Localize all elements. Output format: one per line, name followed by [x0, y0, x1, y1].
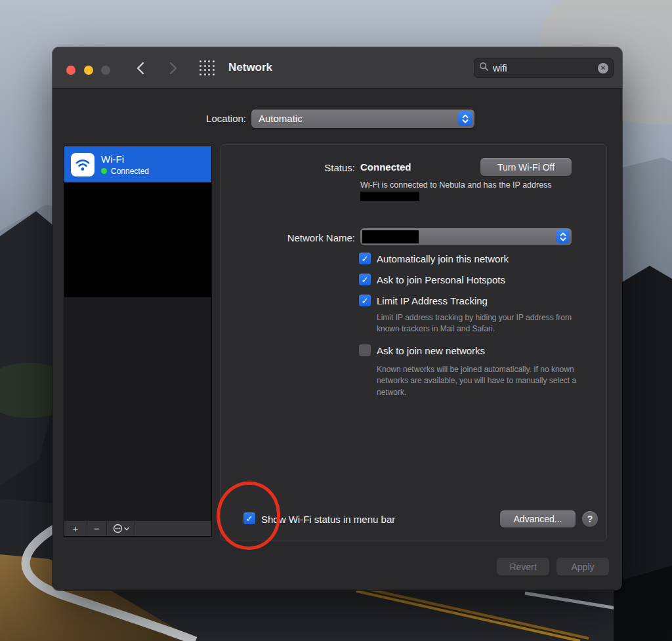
status-value: Connected — [360, 161, 411, 173]
checkbox-auto-join[interactable] — [359, 253, 371, 264]
location-label: Location: — [52, 113, 246, 124]
service-actions-button[interactable] — [107, 521, 135, 536]
checkbox-auto-join-label: Automatically join this network — [377, 253, 509, 264]
service-status: Connected — [111, 167, 149, 176]
checkbox-ask-new-networks-label: Ask to join new networks — [377, 345, 485, 356]
apply-button[interactable]: Apply — [556, 558, 609, 575]
checkbox-ask-new-networks[interactable] — [359, 344, 371, 356]
stepper-icon — [556, 230, 570, 243]
zoom-button[interactable] — [101, 66, 110, 75]
turn-wifi-off-button[interactable]: Turn Wi-Fi Off — [480, 158, 572, 176]
help-button[interactable]: ? — [582, 511, 598, 527]
chevron-down-icon — [124, 527, 129, 531]
desktop: Network wifi ✕ Location: Automatic — [0, 0, 672, 641]
checkbox-limit-ip-tracking[interactable] — [359, 295, 371, 306]
close-button[interactable] — [66, 66, 75, 75]
window-titlebar: Network wifi ✕ — [52, 47, 622, 89]
checkbox-show-wifi-menu-bar-label: Show Wi-Fi status in menu bar — [261, 514, 395, 525]
wifi-settings-panel: Status: Connected Turn Wi-Fi Off Wi-Fi i… — [220, 144, 607, 541]
status-green-dot — [101, 168, 107, 174]
wifi-icon — [71, 153, 94, 176]
search-icon — [479, 62, 489, 74]
search-field[interactable]: wifi ✕ — [474, 58, 614, 78]
back-icon[interactable] — [135, 61, 147, 75]
stepper-icon — [458, 112, 472, 126]
location-value: Automatic — [251, 110, 474, 128]
advanced-button[interactable]: Advanced... — [500, 510, 576, 527]
revert-button[interactable]: Revert — [497, 558, 549, 575]
limit-ip-helper-text: Limit IP address tracking by hiding your… — [377, 312, 574, 335]
remove-service-button[interactable]: − — [87, 521, 107, 536]
sidebar-toolbar: + − — [64, 520, 211, 536]
network-name-dropdown[interactable] — [360, 228, 572, 245]
checkbox-personal-hotspots[interactable] — [359, 274, 371, 285]
status-description: Wi-Fi is connected to Nebula and has the… — [360, 180, 552, 190]
services-sidebar: Wi-Fi Connected + − — [64, 146, 212, 537]
ask-new-networks-helper-text: Known networks will be joined automatica… — [377, 364, 585, 398]
status-label: Status: — [220, 162, 355, 173]
service-name: Wi-Fi — [101, 154, 149, 165]
show-all-grid-icon[interactable] — [200, 60, 216, 77]
network-preferences-window: Network wifi ✕ Location: Automatic — [52, 47, 622, 590]
checkbox-limit-ip-tracking-label: Limit IP Address Tracking — [377, 295, 488, 306]
window-title: Network — [228, 47, 272, 88]
checkbox-personal-hotspots-label: Ask to join Personal Hotspots — [377, 274, 505, 285]
redacted-services — [64, 182, 211, 297]
redacted-network-name — [362, 230, 419, 243]
forward-icon[interactable] — [167, 61, 178, 75]
location-dropdown[interactable]: Automatic — [251, 110, 474, 128]
redacted-ip-address — [360, 192, 419, 201]
minimize-button[interactable] — [84, 66, 93, 75]
circle-ellipsis-icon — [113, 524, 123, 533]
checkbox-show-wifi-menu-bar[interactable] — [243, 512, 255, 524]
search-input[interactable]: wifi — [493, 62, 598, 73]
sidebar-item-wifi[interactable]: Wi-Fi Connected — [64, 146, 211, 182]
add-service-button[interactable]: + — [64, 521, 87, 536]
network-name-label: Network Name: — [220, 232, 355, 243]
clear-search-icon[interactable]: ✕ — [598, 63, 608, 73]
